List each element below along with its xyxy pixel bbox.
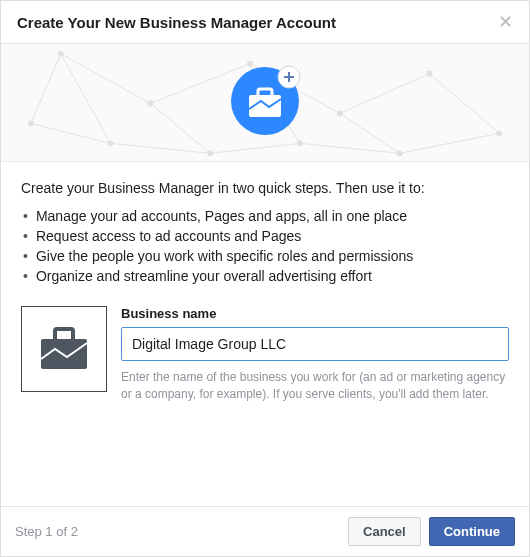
step-indicator: Step 1 of 2 [15, 524, 78, 539]
intro-text: Create your Business Manager in two quic… [21, 180, 509, 196]
svg-line-9 [111, 143, 211, 153]
svg-line-11 [300, 143, 400, 153]
business-name-input[interactable] [121, 327, 509, 361]
modal-header: Create Your New Business Manager Account… [1, 1, 529, 44]
list-item: Request access to ad accounts and Pages [21, 226, 509, 246]
svg-line-13 [31, 123, 111, 143]
hero-icon [227, 63, 303, 143]
hero-banner [1, 44, 529, 162]
list-item: Organize and streamline your overall adv… [21, 266, 509, 286]
list-item: Give the people you work with specific r… [21, 246, 509, 266]
cancel-button[interactable]: Cancel [348, 517, 421, 546]
business-icon-box [21, 306, 107, 392]
close-icon: ✕ [498, 12, 513, 32]
business-name-row: Business name Enter the name of the busi… [21, 306, 509, 404]
briefcase-plus-icon [227, 63, 303, 139]
business-name-hint: Enter the name of the business you work … [121, 369, 509, 404]
bullet-list: Manage your ad accounts, Pages and apps,… [21, 206, 509, 286]
briefcase-icon [39, 327, 89, 371]
svg-point-19 [426, 71, 432, 77]
modal-footer: Step 1 of 2 Cancel Continue [1, 506, 529, 556]
business-name-label: Business name [121, 306, 509, 321]
svg-point-21 [108, 140, 114, 146]
business-name-field: Business name Enter the name of the busi… [121, 306, 509, 404]
modal-content: Create your Business Manager in two quic… [1, 162, 529, 506]
svg-line-3 [340, 74, 430, 114]
svg-line-14 [31, 54, 61, 124]
svg-rect-33 [55, 329, 73, 341]
svg-line-6 [150, 103, 210, 153]
svg-point-25 [28, 120, 34, 126]
svg-point-15 [58, 51, 64, 57]
svg-line-10 [210, 143, 300, 153]
close-button[interactable]: ✕ [498, 13, 513, 31]
svg-line-12 [399, 133, 499, 153]
continue-button[interactable]: Continue [429, 517, 515, 546]
modal-title: Create Your New Business Manager Account [17, 14, 336, 31]
svg-line-8 [340, 113, 400, 153]
svg-point-16 [147, 101, 153, 107]
svg-point-20 [496, 130, 502, 136]
list-item: Manage your ad accounts, Pages and apps,… [21, 206, 509, 226]
svg-point-24 [397, 150, 403, 156]
create-business-manager-modal: Create Your New Business Manager Account… [0, 0, 530, 557]
svg-point-18 [337, 110, 343, 116]
svg-line-4 [429, 74, 499, 134]
svg-point-22 [207, 150, 213, 156]
footer-actions: Cancel Continue [348, 517, 515, 546]
